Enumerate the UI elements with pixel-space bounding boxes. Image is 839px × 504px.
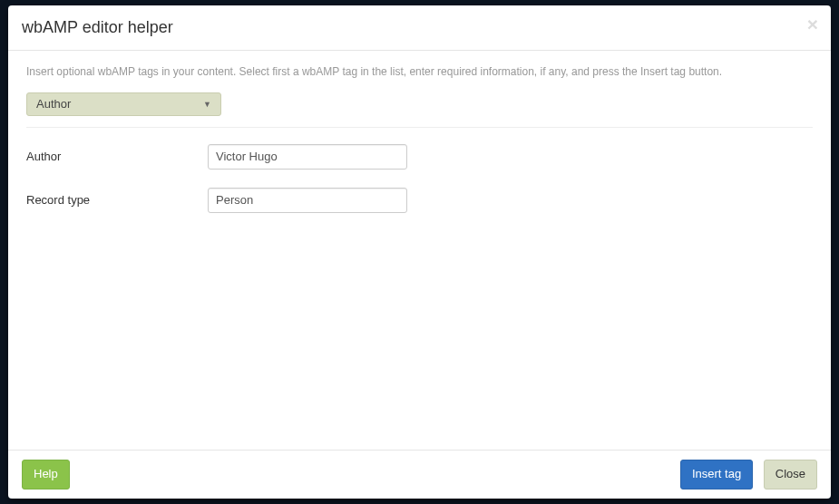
close-button[interactable]: Close — [764, 460, 817, 489]
record-type-label: Record type — [26, 193, 208, 207]
insert-tag-button[interactable]: Insert tag — [680, 460, 753, 489]
tag-type-select[interactable]: Author ▼ — [26, 92, 221, 116]
modal-title: wbAMP editor helper — [22, 16, 817, 39]
close-icon[interactable]: × — [807, 15, 818, 34]
author-input[interactable] — [208, 144, 407, 170]
record-type-row: Record type — [26, 188, 813, 213]
chevron-down-icon: ▼ — [203, 100, 211, 109]
separator — [26, 127, 813, 128]
author-label: Author — [26, 150, 208, 163]
tag-select-wrap: Author ▼ — [26, 92, 813, 116]
footer-right: Insert tag Close — [673, 460, 817, 489]
author-row: Author — [26, 144, 813, 170]
tag-type-selected: Author — [36, 97, 71, 111]
record-type-input[interactable] — [208, 188, 407, 213]
modal-body: Insert optional wbAMP tags in your conte… — [8, 51, 831, 450]
help-button[interactable]: Help — [22, 460, 70, 489]
modal-header: wbAMP editor helper × — [8, 5, 831, 51]
wbamp-editor-helper-modal: wbAMP editor helper × Insert optional wb… — [8, 5, 831, 499]
modal-footer: Help Insert tag Close — [8, 450, 831, 499]
intro-text: Insert optional wbAMP tags in your conte… — [26, 64, 813, 80]
